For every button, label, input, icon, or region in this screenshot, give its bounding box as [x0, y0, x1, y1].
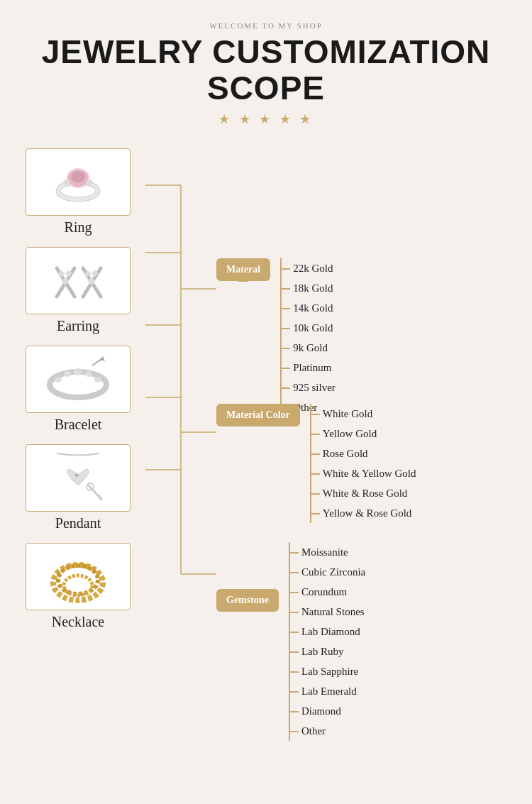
list-item: 925 silver	[282, 378, 341, 397]
gemstone-block: Gemstone Moissanite Cubic Zirconia Corun…	[216, 542, 371, 741]
item-text: 14k Gold	[282, 301, 338, 316]
list-item: 14k Gold	[282, 298, 341, 318]
item-text: Corundum	[290, 585, 353, 600]
list-item: Lab Diamond	[290, 622, 371, 641]
bracelet-box	[26, 346, 131, 413]
list-item: Platinum	[282, 358, 341, 378]
item-text: Moissanite	[290, 545, 354, 560]
material-color-block: Material Color White Gold Yellow Gold Ro…	[216, 404, 421, 523]
bracelet-label: Bracelet	[55, 417, 102, 433]
item-text: White & Rose Gold	[311, 486, 414, 501]
svg-point-22	[55, 377, 62, 382]
gemstone-category: Gemstone	[216, 589, 279, 612]
list-item: 22k Gold	[282, 258, 341, 278]
diagram-container: Ring	[0, 148, 532, 787]
welcome-text: WELCOME TO MY SHOP	[0, 21, 532, 30]
list-item: Rose Gold	[311, 444, 422, 463]
item-text: 10k Gold	[282, 321, 338, 336]
svg-point-18	[74, 368, 82, 375]
jewelry-item-necklace: Necklace	[26, 543, 131, 630]
main-title: JEWELRY CUSTOMIZATION SCOPE	[0, 34, 532, 106]
item-text: Lab Sapphire	[290, 664, 364, 679]
item-text: White Gold	[311, 407, 378, 422]
list-item: Diamond	[290, 701, 371, 721]
jewelry-list: Ring	[11, 148, 145, 641]
item-text: Lab Emerald	[290, 684, 362, 699]
earring-box	[26, 247, 131, 314]
material-items: 22k Gold 18k Gold 14k Gold 10k Gold 9k G…	[280, 258, 341, 417]
ring-illustration	[50, 155, 106, 209]
list-item: Yellow & Rose Gold	[311, 503, 422, 523]
jewelry-item-pendant: ✦ Pendant	[26, 444, 131, 532]
svg-point-6	[86, 180, 93, 185]
list-item: Natural Stones	[290, 602, 371, 622]
svg-point-21	[64, 371, 71, 377]
item-text: Rose Gold	[311, 446, 374, 461]
list-item: Yellow Gold	[311, 424, 422, 444]
item-text: 18k Gold	[282, 281, 338, 296]
item-text: Natural Stones	[290, 605, 370, 619]
pendant-label: Pendant	[55, 515, 101, 532]
list-item: Moissanite	[290, 542, 371, 562]
material-color-category: Material Color	[216, 404, 300, 426]
pendant-box: ✦	[26, 444, 131, 512]
list-item: White & Yellow Gold	[311, 463, 422, 483]
jewelry-item-bracelet: Bracelet	[26, 346, 131, 433]
item-text: Diamond	[290, 704, 347, 719]
item-text: 925 silver	[282, 380, 341, 395]
ring-label: Ring	[65, 219, 92, 236]
item-text: Lab Ruby	[290, 644, 350, 659]
svg-point-5	[63, 180, 70, 185]
list-item: White Gold	[311, 404, 422, 424]
list-item: Cubic Zirconia	[290, 562, 371, 582]
item-text: Cubic Zirconia	[290, 565, 371, 580]
material-block: Materal 22k Gold 18k Gold 14k Gold 10k G…	[216, 258, 341, 417]
ring-box	[26, 148, 131, 216]
bracelet-illustration	[43, 353, 113, 406]
item-text: Platinum	[282, 360, 337, 375]
jewelry-item-earring: Earring	[26, 247, 131, 334]
gemstone-items: Moissanite Cubic Zirconia Corundum Natur…	[289, 542, 371, 741]
list-item: Corundum	[290, 582, 371, 602]
list-item: Lab Sapphire	[290, 661, 371, 681]
header: WELCOME TO MY SHOP JEWELRY CUSTOMIZATION…	[0, 21, 532, 127]
jewelry-item-ring: Ring	[26, 148, 131, 236]
list-item: 9k Gold	[282, 338, 341, 358]
item-text: White & Yellow Gold	[311, 466, 422, 481]
list-item: Other	[290, 721, 371, 741]
svg-point-4	[71, 171, 85, 182]
list-item: 18k Gold	[282, 278, 341, 298]
svg-text:✦: ✦	[73, 470, 80, 480]
earring-illustration	[46, 254, 110, 307]
item-text: Yellow Gold	[311, 426, 382, 441]
material-category: Materal	[216, 258, 270, 281]
tree-area: Materal 22k Gold 18k Gold 14k Gold 10k G…	[145, 148, 521, 787]
material-color-items: White Gold Yellow Gold Rose Gold White &…	[310, 404, 422, 523]
necklace-label: Necklace	[52, 614, 104, 630]
list-item: Lab Emerald	[290, 681, 371, 701]
svg-point-17	[50, 372, 106, 397]
item-text: Lab Diamond	[290, 624, 366, 639]
pendant-illustration: ✦	[46, 450, 110, 507]
necklace-illustration	[46, 549, 110, 605]
necklace-box	[26, 543, 131, 610]
page: WELCOME TO MY SHOP JEWELRY CUSTOMIZATION…	[0, 0, 532, 804]
item-text: Yellow & Rose Gold	[311, 506, 418, 521]
list-item: Lab Ruby	[290, 641, 371, 661]
stars: ★ ★ ★ ★ ★	[0, 111, 532, 127]
item-text: 9k Gold	[282, 341, 333, 356]
svg-point-20	[94, 377, 101, 382]
list-item: White & Rose Gold	[311, 483, 422, 503]
svg-point-19	[85, 371, 92, 377]
item-text: 22k Gold	[282, 261, 338, 276]
list-item: 10k Gold	[282, 318, 341, 338]
item-text: Other	[290, 724, 331, 739]
earring-label: Earring	[57, 318, 99, 334]
